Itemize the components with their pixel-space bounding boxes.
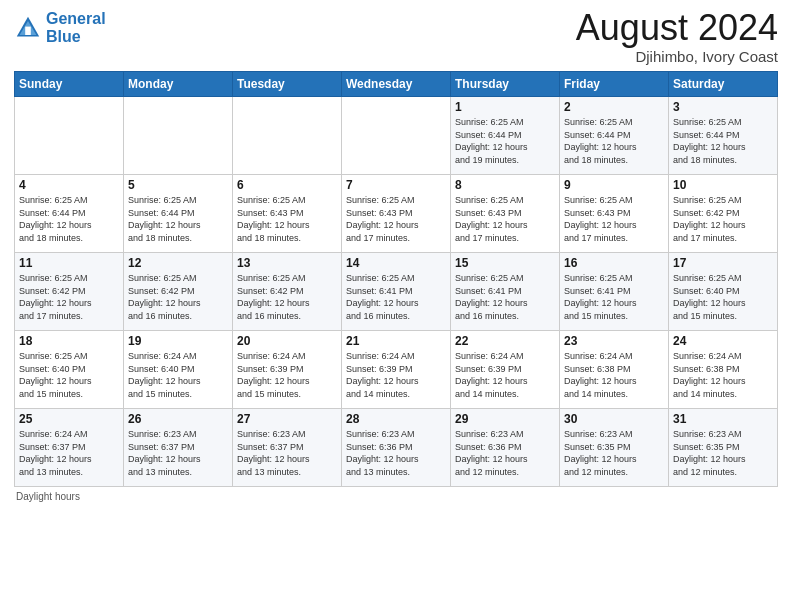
day-number: 1 <box>455 100 555 114</box>
calendar-cell: 29Sunrise: 6:23 AM Sunset: 6:36 PM Dayli… <box>451 409 560 487</box>
calendar-cell: 14Sunrise: 6:25 AM Sunset: 6:41 PM Dayli… <box>342 253 451 331</box>
day-info: Sunrise: 6:25 AM Sunset: 6:44 PM Dayligh… <box>128 194 228 244</box>
col-header-wednesday: Wednesday <box>342 72 451 97</box>
day-info: Sunrise: 6:23 AM Sunset: 6:35 PM Dayligh… <box>564 428 664 478</box>
calendar-cell: 25Sunrise: 6:24 AM Sunset: 6:37 PM Dayli… <box>15 409 124 487</box>
logo: General Blue <box>14 10 106 45</box>
day-number: 31 <box>673 412 773 426</box>
day-number: 24 <box>673 334 773 348</box>
calendar-table: SundayMondayTuesdayWednesdayThursdayFrid… <box>14 71 778 487</box>
calendar-cell: 13Sunrise: 6:25 AM Sunset: 6:42 PM Dayli… <box>233 253 342 331</box>
calendar-cell: 22Sunrise: 6:24 AM Sunset: 6:39 PM Dayli… <box>451 331 560 409</box>
day-number: 19 <box>128 334 228 348</box>
header: General Blue August 2024 Djihimbo, Ivory… <box>14 10 778 65</box>
day-info: Sunrise: 6:24 AM Sunset: 6:39 PM Dayligh… <box>346 350 446 400</box>
day-info: Sunrise: 6:25 AM Sunset: 6:42 PM Dayligh… <box>237 272 337 322</box>
calendar-cell: 18Sunrise: 6:25 AM Sunset: 6:40 PM Dayli… <box>15 331 124 409</box>
day-number: 12 <box>128 256 228 270</box>
calendar-cell <box>342 97 451 175</box>
day-info: Sunrise: 6:24 AM Sunset: 6:38 PM Dayligh… <box>564 350 664 400</box>
day-number: 9 <box>564 178 664 192</box>
page-container: General Blue August 2024 Djihimbo, Ivory… <box>0 0 792 508</box>
col-header-friday: Friday <box>560 72 669 97</box>
day-info: Sunrise: 6:23 AM Sunset: 6:37 PM Dayligh… <box>128 428 228 478</box>
title-area: August 2024 Djihimbo, Ivory Coast <box>576 10 778 65</box>
day-info: Sunrise: 6:25 AM Sunset: 6:41 PM Dayligh… <box>346 272 446 322</box>
calendar-cell <box>233 97 342 175</box>
calendar-cell: 27Sunrise: 6:23 AM Sunset: 6:37 PM Dayli… <box>233 409 342 487</box>
day-info: Sunrise: 6:25 AM Sunset: 6:41 PM Dayligh… <box>564 272 664 322</box>
day-number: 20 <box>237 334 337 348</box>
day-number: 15 <box>455 256 555 270</box>
day-info: Sunrise: 6:25 AM Sunset: 6:44 PM Dayligh… <box>564 116 664 166</box>
day-info: Sunrise: 6:25 AM Sunset: 6:43 PM Dayligh… <box>346 194 446 244</box>
day-number: 30 <box>564 412 664 426</box>
calendar-cell: 12Sunrise: 6:25 AM Sunset: 6:42 PM Dayli… <box>124 253 233 331</box>
day-info: Sunrise: 6:25 AM Sunset: 6:44 PM Dayligh… <box>455 116 555 166</box>
day-info: Sunrise: 6:23 AM Sunset: 6:36 PM Dayligh… <box>346 428 446 478</box>
calendar-cell: 1Sunrise: 6:25 AM Sunset: 6:44 PM Daylig… <box>451 97 560 175</box>
calendar-cell: 28Sunrise: 6:23 AM Sunset: 6:36 PM Dayli… <box>342 409 451 487</box>
day-number: 3 <box>673 100 773 114</box>
day-info: Sunrise: 6:23 AM Sunset: 6:37 PM Dayligh… <box>237 428 337 478</box>
day-number: 21 <box>346 334 446 348</box>
calendar-cell: 2Sunrise: 6:25 AM Sunset: 6:44 PM Daylig… <box>560 97 669 175</box>
logo-icon <box>14 14 42 42</box>
calendar-cell: 19Sunrise: 6:24 AM Sunset: 6:40 PM Dayli… <box>124 331 233 409</box>
calendar-cell: 31Sunrise: 6:23 AM Sunset: 6:35 PM Dayli… <box>669 409 778 487</box>
day-number: 2 <box>564 100 664 114</box>
day-number: 16 <box>564 256 664 270</box>
calendar-cell: 26Sunrise: 6:23 AM Sunset: 6:37 PM Dayli… <box>124 409 233 487</box>
calendar-cell: 21Sunrise: 6:24 AM Sunset: 6:39 PM Dayli… <box>342 331 451 409</box>
calendar-cell: 30Sunrise: 6:23 AM Sunset: 6:35 PM Dayli… <box>560 409 669 487</box>
calendar-cell: 4Sunrise: 6:25 AM Sunset: 6:44 PM Daylig… <box>15 175 124 253</box>
day-number: 13 <box>237 256 337 270</box>
day-info: Sunrise: 6:25 AM Sunset: 6:42 PM Dayligh… <box>673 194 773 244</box>
day-number: 14 <box>346 256 446 270</box>
col-header-monday: Monday <box>124 72 233 97</box>
logo-text: General Blue <box>46 10 106 45</box>
day-info: Sunrise: 6:25 AM Sunset: 6:43 PM Dayligh… <box>564 194 664 244</box>
day-number: 17 <box>673 256 773 270</box>
month-title: August 2024 <box>576 10 778 46</box>
day-number: 8 <box>455 178 555 192</box>
day-info: Sunrise: 6:24 AM Sunset: 6:39 PM Dayligh… <box>237 350 337 400</box>
calendar-cell: 9Sunrise: 6:25 AM Sunset: 6:43 PM Daylig… <box>560 175 669 253</box>
day-info: Sunrise: 6:25 AM Sunset: 6:40 PM Dayligh… <box>673 272 773 322</box>
day-info: Sunrise: 6:24 AM Sunset: 6:40 PM Dayligh… <box>128 350 228 400</box>
day-number: 29 <box>455 412 555 426</box>
day-number: 10 <box>673 178 773 192</box>
svg-rect-2 <box>25 26 31 34</box>
day-info: Sunrise: 6:25 AM Sunset: 6:43 PM Dayligh… <box>237 194 337 244</box>
calendar-cell: 3Sunrise: 6:25 AM Sunset: 6:44 PM Daylig… <box>669 97 778 175</box>
day-info: Sunrise: 6:24 AM Sunset: 6:37 PM Dayligh… <box>19 428 119 478</box>
col-header-saturday: Saturday <box>669 72 778 97</box>
calendar-cell: 6Sunrise: 6:25 AM Sunset: 6:43 PM Daylig… <box>233 175 342 253</box>
day-number: 18 <box>19 334 119 348</box>
calendar-cell: 17Sunrise: 6:25 AM Sunset: 6:40 PM Dayli… <box>669 253 778 331</box>
week-row-4: 18Sunrise: 6:25 AM Sunset: 6:40 PM Dayli… <box>15 331 778 409</box>
day-number: 28 <box>346 412 446 426</box>
day-info: Sunrise: 6:24 AM Sunset: 6:38 PM Dayligh… <box>673 350 773 400</box>
calendar-cell: 7Sunrise: 6:25 AM Sunset: 6:43 PM Daylig… <box>342 175 451 253</box>
day-info: Sunrise: 6:23 AM Sunset: 6:36 PM Dayligh… <box>455 428 555 478</box>
day-info: Sunrise: 6:25 AM Sunset: 6:42 PM Dayligh… <box>128 272 228 322</box>
location: Djihimbo, Ivory Coast <box>576 48 778 65</box>
day-number: 4 <box>19 178 119 192</box>
week-row-1: 1Sunrise: 6:25 AM Sunset: 6:44 PM Daylig… <box>15 97 778 175</box>
footer: Daylight hours <box>14 491 778 502</box>
day-info: Sunrise: 6:25 AM Sunset: 6:44 PM Dayligh… <box>673 116 773 166</box>
calendar-cell: 8Sunrise: 6:25 AM Sunset: 6:43 PM Daylig… <box>451 175 560 253</box>
day-number: 5 <box>128 178 228 192</box>
day-info: Sunrise: 6:25 AM Sunset: 6:42 PM Dayligh… <box>19 272 119 322</box>
day-number: 25 <box>19 412 119 426</box>
calendar-cell: 11Sunrise: 6:25 AM Sunset: 6:42 PM Dayli… <box>15 253 124 331</box>
calendar-cell: 10Sunrise: 6:25 AM Sunset: 6:42 PM Dayli… <box>669 175 778 253</box>
col-header-thursday: Thursday <box>451 72 560 97</box>
day-number: 26 <box>128 412 228 426</box>
week-row-3: 11Sunrise: 6:25 AM Sunset: 6:42 PM Dayli… <box>15 253 778 331</box>
week-row-2: 4Sunrise: 6:25 AM Sunset: 6:44 PM Daylig… <box>15 175 778 253</box>
calendar-cell: 15Sunrise: 6:25 AM Sunset: 6:41 PM Dayli… <box>451 253 560 331</box>
calendar-cell: 24Sunrise: 6:24 AM Sunset: 6:38 PM Dayli… <box>669 331 778 409</box>
day-number: 6 <box>237 178 337 192</box>
